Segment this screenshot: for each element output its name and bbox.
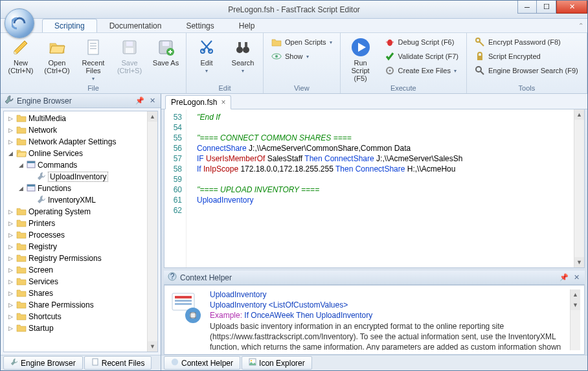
bottom-tab-icon-explorer[interactable]: Icon Explorer (242, 356, 312, 370)
ribbon-collapse-icon[interactable]: ⌃ (578, 22, 587, 29)
expand-icon[interactable]: ◢ (17, 162, 25, 168)
close-button[interactable]: ✕ (556, 1, 587, 14)
app-menu-orb[interactable] (5, 8, 34, 38)
create-exe-button[interactable]: Create Exe Files ▾ (381, 64, 462, 77)
expand-icon[interactable]: ▷ (6, 220, 14, 227)
folder-icon (16, 207, 27, 218)
folder-icon (16, 265, 27, 276)
chevron-down-icon: ▾ (242, 68, 244, 74)
close-pane-icon[interactable]: ✕ (148, 96, 157, 106)
scrollbar[interactable]: ▲▼ (147, 111, 157, 352)
save-as-button[interactable]: Save As (150, 36, 182, 67)
ribbon-tab-documentation[interactable]: Documentation (97, 19, 174, 32)
pin-icon[interactable]: 📌 (135, 96, 144, 106)
code-editor[interactable]: 53 54 55 56 57 58 59 60 61 62 ''End If '… (164, 109, 585, 268)
minimize-button[interactable]: ─ (517, 1, 537, 14)
line-gutter: 53 54 55 56 57 58 59 60 61 62 (164, 109, 187, 267)
ribbon-tab-settings[interactable]: Settings (174, 19, 226, 32)
tree-node-invxml[interactable]: InventoryXML (4, 194, 157, 206)
tree-node-shareperm[interactable]: ▷Share Permissions (4, 299, 157, 311)
tree-node-registry[interactable]: ▷Registry (4, 241, 157, 253)
ribbon-group-edit: Edit (190, 84, 259, 92)
expand-icon[interactable]: ▷ (6, 243, 14, 250)
tree-node-functions[interactable]: ◢Functions (4, 183, 157, 194)
open-scripts-button[interactable]: Open Scripts ▾ (267, 36, 336, 49)
save-button[interactable]: Save(Ctrl+S) (113, 36, 146, 74)
validate-script-button[interactable]: Validate Script (F7) (381, 50, 462, 63)
expand-icon[interactable]: ▷ (6, 302, 14, 308)
expand-icon[interactable]: ▷ (6, 208, 14, 215)
tree-node-printers[interactable]: ▷Printers (4, 218, 157, 229)
scrollbar[interactable]: ▲▼ (574, 109, 584, 267)
svg-rect-46 (175, 303, 192, 305)
tree-node-uploadinv[interactable]: UploadInventory (4, 171, 157, 183)
expand-icon[interactable]: ▷ (6, 127, 14, 133)
new-button[interactable]: New(Ctrl+N) (5, 36, 37, 74)
helper-example-label: Example: (210, 311, 244, 320)
disk-plus-icon (155, 37, 176, 58)
show-button[interactable]: Show ▾ (267, 50, 336, 63)
svg-rect-40 (93, 359, 98, 365)
helper-line2: UploadInventory <ListOfCustomValues> (210, 300, 565, 310)
tree-node-multimedia[interactable]: ▷MultiMedia (4, 113, 157, 124)
expand-icon[interactable]: ▷ (6, 290, 14, 297)
wrench-icon (37, 172, 46, 183)
sidebar-tab-recent-files[interactable]: Recent Files (84, 356, 152, 370)
svg-point-19 (243, 47, 249, 53)
expand-icon[interactable]: ▷ (6, 115, 14, 122)
code-area[interactable]: ''End If ''==== CONNECT COMMON SHARES ==… (187, 109, 584, 267)
editor-tab[interactable]: PreLogon.fsh × (165, 95, 231, 109)
close-tab-icon[interactable]: × (221, 98, 225, 107)
recent-files-button[interactable]: RecentFiles ▾ (77, 36, 109, 82)
expand-icon[interactable]: ▷ (6, 278, 14, 285)
engine-browser-search-button[interactable]: Engine Browser Search (F9) (471, 64, 582, 77)
help-icon: ? (168, 272, 177, 283)
expand-icon[interactable]: ▷ (6, 313, 14, 320)
ribbon-tab-scripting[interactable]: Scripting (42, 19, 97, 32)
script-encrypted-button[interactable]: Script Encrypted (471, 50, 582, 63)
expand-icon[interactable]: ▷ (6, 267, 14, 273)
encrypt-password-button[interactable]: Encrypt Password (F8) (471, 36, 582, 49)
tree-node-network[interactable]: ▷Network (4, 124, 157, 136)
tree-node-os[interactable]: ▷Operating System (4, 206, 157, 218)
tree-node-processes[interactable]: ▷Processes (4, 229, 157, 241)
edit-button[interactable]: Edit ▾ (190, 36, 223, 74)
tree-node-shares[interactable]: ▷Shares (4, 287, 157, 299)
tree-node-services[interactable]: ▷Services (4, 276, 157, 287)
search-button[interactable]: Search ▾ (227, 36, 259, 74)
tree-node-commands[interactable]: ◢Commands (4, 159, 157, 171)
scrollbar[interactable]: ▲▼ (570, 289, 580, 350)
ribbon-tabstrip: Scripting Documentation Settings Help ⌃ (1, 19, 587, 33)
expand-icon[interactable]: ▷ (6, 255, 14, 262)
maximize-button[interactable]: ☐ (537, 1, 556, 14)
pencil-icon (10, 37, 31, 58)
tree-node-online[interactable]: ◢Online Services (4, 148, 157, 159)
folder-icon (16, 276, 27, 287)
expand-icon[interactable]: ▷ (6, 139, 14, 145)
expand-icon[interactable]: ◢ (6, 150, 14, 157)
sidebar-tab-engine-browser[interactable]: Engine Browser (3, 356, 83, 370)
tree-node-shortcuts[interactable]: ▷Shortcuts (4, 311, 157, 322)
svg-point-34 (476, 67, 481, 72)
engine-browser-tree[interactable]: ▷MultiMedia▷Network▷Network Adapter Sett… (3, 111, 158, 352)
ribbon-tab-help[interactable]: Help (227, 19, 267, 32)
folder-icon (16, 137, 27, 148)
tree-node-startup[interactable]: ▷Startup (4, 322, 157, 334)
tree-node-regperm[interactable]: ▷Registry Permissions (4, 253, 157, 264)
ribbon: New(Ctrl+N) Open(Ctrl+O) RecentFiles ▾ S… (1, 33, 587, 94)
close-pane-icon[interactable]: ✕ (572, 273, 581, 282)
lock-icon (475, 51, 485, 62)
ribbon-group-execute: Execute (345, 84, 462, 92)
debug-script-button[interactable]: Debug Script (F6) (381, 36, 462, 49)
tree-node-netadapter[interactable]: ▷Network Adapter Settings (4, 136, 157, 148)
tree-node-screen[interactable]: ▷Screen (4, 264, 157, 276)
run-script-button[interactable]: Run Script(F5) (345, 36, 377, 82)
expand-icon[interactable]: ◢ (17, 185, 25, 192)
pin-icon[interactable]: 📌 (560, 273, 569, 282)
expand-icon[interactable]: ▷ (6, 232, 14, 238)
open-button[interactable]: Open(Ctrl+O) (41, 36, 73, 74)
expand-icon[interactable]: ▷ (6, 325, 14, 332)
svg-point-26 (387, 39, 392, 46)
engine-browser-header: Engine Browser 📌 ✕ (1, 94, 161, 108)
bottom-tab-context-helper[interactable]: Context Helper (164, 356, 240, 370)
